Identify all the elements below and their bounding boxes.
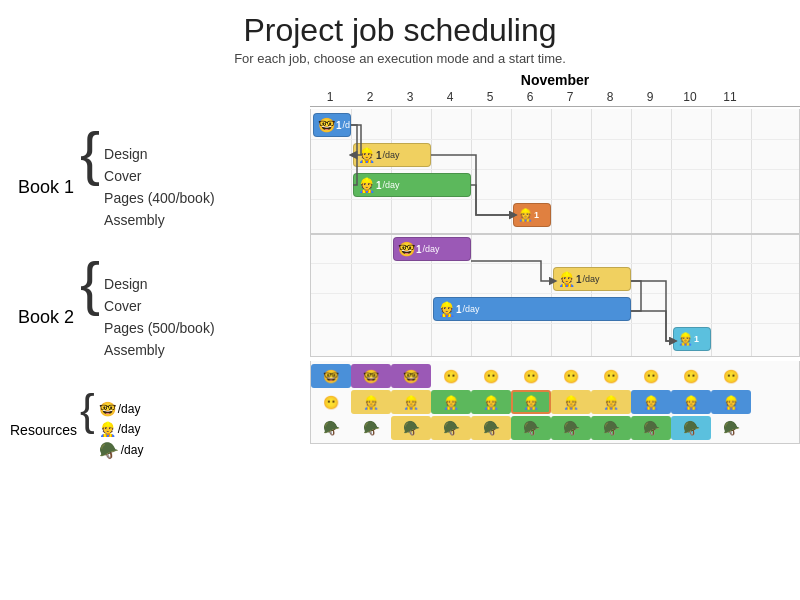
page-subtitle: For each job, choose an execution mode a… [0, 51, 800, 66]
res2-label: 👷/day [99, 419, 144, 439]
gantt-rows: 🤓1/day 👷1/day 👷1/day 👷1 🤓1/day 👷1/day [310, 109, 800, 357]
book2-label: Book 2 [10, 307, 80, 328]
bar-book1-cover: 👷1/day [353, 143, 431, 167]
book2-job-cover: Cover [104, 295, 215, 317]
book1-job-design: Design [104, 143, 215, 165]
book1-brace: { [80, 124, 100, 250]
bar-book1-assembly: 👷1 [513, 203, 551, 227]
day-header: 1 2 3 4 5 6 7 8 9 10 11 [310, 90, 800, 107]
bar-book2-assembly: 👷1 [673, 327, 711, 351]
book1-job-assembly: Assembly [104, 209, 215, 231]
book2-job-pages: Pages (500/book) [104, 317, 215, 339]
page-title: Project job scheduling [0, 0, 800, 49]
resources-label: Resources [10, 422, 80, 438]
book1-label: Book 1 [10, 177, 80, 198]
res3-label: 🪖/day [99, 439, 144, 462]
bar-book2-cover: 👷1/day [553, 267, 631, 291]
labels-column: Book 1 { Design Cover Pages (400/book) A… [10, 72, 310, 472]
month-label: November [310, 72, 800, 88]
resource-row-2: 😶 👷 👷 👷 👷 👷 👷 👷 👷 👷 👷 [311, 389, 799, 415]
book2-brace: { [80, 254, 100, 380]
bar-book1-pages: 👷1/day [353, 173, 471, 197]
gantt-chart: November 1 2 3 4 5 6 7 8 9 10 11 [310, 72, 800, 472]
bar-book2-design: 🤓1/day [393, 237, 471, 261]
book2-job-design: Design [104, 273, 215, 295]
res1-label: 🤓/day [99, 399, 144, 419]
resources-brace: { [80, 388, 95, 472]
book2-job-assembly: Assembly [104, 339, 215, 361]
resource-row-1: 🤓 🤓 🤓 😶 😶 😶 😶 😶 😶 😶 😶 [311, 363, 799, 389]
book1-job-pages: Pages (400/book) [104, 187, 215, 209]
book1-job-cover: Cover [104, 165, 215, 187]
bar-book2-pages: 👷1/day [433, 297, 631, 321]
resource-section: 🤓 🤓 🤓 😶 😶 😶 😶 😶 😶 😶 😶 😶 👷 👷 👷 👷 👷 [310, 361, 800, 444]
resource-row-3: 🪖 🪖 🪖 🪖 🪖 🪖 🪖 🪖 🪖 🪖 🪖 [311, 415, 799, 441]
bar-book1-design: 🤓1/day [313, 113, 351, 137]
